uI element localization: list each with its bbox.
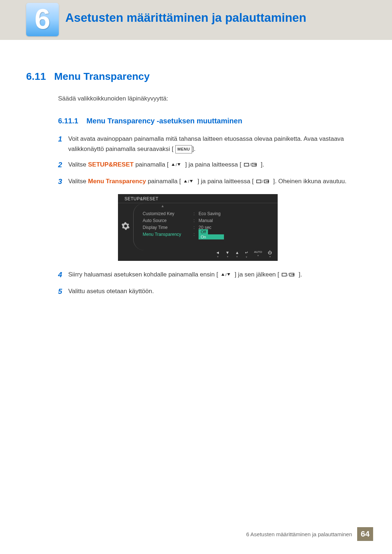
osd-row: Auto Source : Manual [143,217,278,223]
window-enter-icon: / [282,270,296,280]
gear-icon [121,222,130,230]
osd-selected-option: Off [199,229,208,234]
svg-marker-9 [190,180,193,182]
footer-page-number: 64 [357,527,373,541]
osd-nav-up-icon: ▲▾ [235,250,239,259]
section-intro: Säädä valikkoikkunoiden läpinäkyvyyttä: [58,95,369,102]
up-down-icon: / [171,160,183,170]
svg-text:/: / [225,272,227,277]
osd-menu-screenshot: SETUP&RESET ▲ Customized Key [118,194,278,261]
step-number: 5 [58,286,68,297]
step-text: Valitse Menu Transparency painamalla [ /… [68,176,369,187]
svg-marker-2 [177,163,180,166]
step-number: 2 [58,159,68,171]
svg-rect-10 [257,180,261,183]
svg-marker-7 [184,180,187,182]
subsection-number: 6.11.1 [58,117,78,125]
svg-rect-18 [282,273,286,276]
step-text: Voit avata avainoppaan painamalla mitä t… [68,133,369,154]
svg-point-14 [124,225,127,227]
section-title: Menu Transparency [54,71,150,82]
osd-nav-left-icon: ◄▾ [216,250,220,259]
up-arrow-icon: ▲ [161,204,164,208]
svg-marker-15 [221,273,224,276]
subsection-title: Menu Transparency -asetuksen muuttaminen [86,117,242,125]
osd-auto-label: AUTO▾ [254,250,262,259]
step-number: 1 [58,133,68,145]
up-down-icon: / [221,270,232,280]
svg-text:/: / [176,163,177,167]
svg-marker-0 [172,163,175,166]
step-text: Valitse SETUP&RESET painamalla [ / ] ja … [68,159,369,170]
footer-chapter-label: 6 Asetusten määrittäminen ja palauttamin… [246,531,352,537]
section-number: 6.11 [26,71,46,82]
step-number: 4 [58,269,68,281]
osd-option: On [199,234,224,239]
osd-footer: ◄▾ ▼▾ ▲▾ ↵▾ AUTO▾ ⏻▾ [118,249,278,261]
osd-enter-icon: ↵▾ [245,250,248,259]
step-row: 4 Siirry haluamasi asetuksen kohdalle pa… [58,269,369,281]
chapter-title: Asetusten määrittäminen ja palauttaminen [65,11,306,25]
osd-row: Customized Key : Eco Saving [143,210,278,217]
osd-title: SETUP&RESET [118,194,278,203]
chapter-badge: 6 [26,3,59,36]
svg-rect-3 [244,163,249,166]
svg-text:/: / [250,163,251,167]
osd-row-active: Menu Transparency : Off On [143,231,278,237]
page-footer: 6 Asetusten määrittäminen ja palauttamin… [246,527,373,541]
step-number: 3 [58,176,68,188]
step-row: 1 Voit avata avainoppaan painamalla mitä… [58,133,369,154]
osd-nav-down-icon: ▼▾ [225,250,229,259]
step-text: Siirry haluamasi asetuksen kohdalle pain… [68,269,369,280]
svg-marker-17 [227,273,230,276]
svg-text:/: / [188,179,189,184]
svg-text:/: / [262,179,264,184]
step-text: Valittu asetus otetaan käyttöön. [68,286,369,296]
svg-text:/: / [287,272,289,277]
step-row: 3 Valitse Menu Transparency painamalla [… [58,176,369,188]
menu-button-icon: MENU [175,145,192,153]
window-enter-icon: / [256,177,271,187]
up-down-icon: / [183,177,195,187]
osd-power-icon: ⏻▾ [268,250,272,259]
step-row: 2 Valitse SETUP&RESET painamalla [ / ] j… [58,159,369,171]
step-row: 5 Valittu asetus otetaan käyttöön. [58,286,369,297]
window-enter-icon: / [244,160,258,170]
